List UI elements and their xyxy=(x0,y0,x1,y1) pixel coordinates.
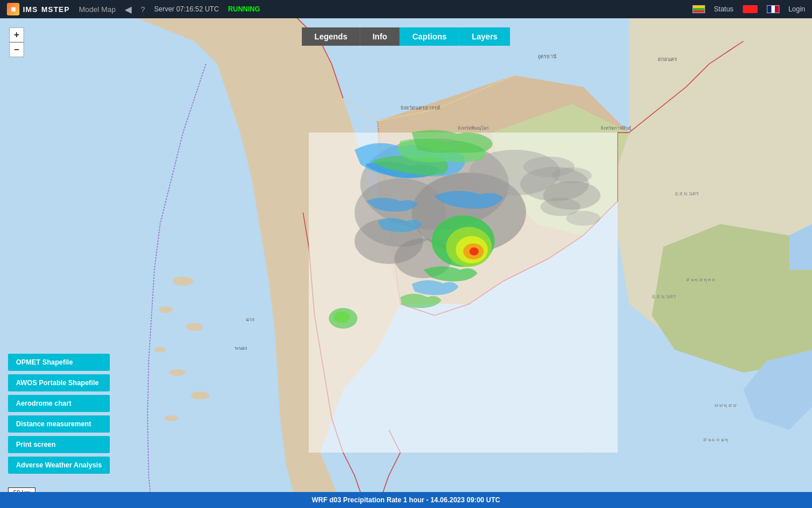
login-flag-icon xyxy=(767,5,779,13)
info-button[interactable]: Info xyxy=(360,27,400,46)
status-bar-text: WRF d03 Precipitation Rate 1 hour - 14.0… xyxy=(312,496,500,504)
svg-text:อ.ส.พ.นคร: อ.ส.พ.นคร xyxy=(675,191,699,197)
print-screen-button[interactable]: Print screen xyxy=(8,436,110,453)
status-label: Status xyxy=(714,5,734,13)
adverse-weather-button[interactable]: Adverse Weather Analysis xyxy=(8,457,110,474)
svg-point-26 xyxy=(469,247,479,255)
map-background: อุดรธานี สกลนคร จังหวัดนครสวรรค์ จังหวัด… xyxy=(0,18,812,508)
svg-point-1 xyxy=(173,277,193,286)
status-bar: WRF d03 Precipitation Rate 1 hour - 14.0… xyxy=(0,492,812,508)
help-button[interactable]: ? xyxy=(141,5,145,14)
app-logo-icon: ▦ xyxy=(7,3,19,15)
captions-button[interactable]: Captions xyxy=(400,27,459,46)
zoom-out-button[interactable]: − xyxy=(9,42,24,57)
layers-button[interactable]: Layers xyxy=(459,27,510,46)
brand-name: IMS xyxy=(23,5,38,14)
awos-portable-button[interactable]: AWOS Portable Shapefile xyxy=(8,374,110,391)
aerodrome-chart-button[interactable]: Aerodrome chart xyxy=(8,395,110,412)
svg-text:ຜ ຜ ຖ ສ ຜ: ຜ ຜ ຖ ສ ຜ xyxy=(715,403,737,408)
zoom-in-button[interactable]: + xyxy=(9,27,24,42)
svg-text:ฉาก: ฉาก xyxy=(246,317,254,322)
map-container[interactable]: อุดรธานี สกลนคร จังหวัดนครสวรรค์ จังหวัด… xyxy=(0,18,812,508)
svg-text:ສ ຂ ນ ຄ ຣ ຖ: ສ ຂ ນ ຄ ຣ ຖ xyxy=(703,437,728,442)
top-navigation-bar: ▦ IMS MSTEP Model Map ◀ ? Server 07:16:5… xyxy=(0,0,812,18)
svg-point-2 xyxy=(159,306,173,313)
logo-area: ▦ IMS MSTEP xyxy=(7,3,70,15)
opmet-shapefile-button[interactable]: OPMET Shapefile xyxy=(8,354,110,371)
svg-point-3 xyxy=(186,323,203,331)
svg-point-28 xyxy=(334,311,350,323)
svg-text:จังหวัดนครสวรรค์: จังหวัดนครสวรรค์ xyxy=(400,105,440,111)
svg-text:ระนอง: ระนอง xyxy=(234,346,247,351)
myanmar-flag-icon xyxy=(692,5,705,13)
status-indicator xyxy=(743,5,758,13)
svg-point-30 xyxy=(552,167,592,183)
server-time-label: Server 07:16:52 UTC xyxy=(154,5,218,13)
map-toolbar: Legends Info Captions Layers xyxy=(302,27,510,46)
server-running-status: RUNNING xyxy=(228,5,260,13)
svg-point-6 xyxy=(191,391,209,399)
distance-measurement-button[interactable]: Distance measurement xyxy=(8,415,110,433)
side-panel: OPMET Shapefile AWOS Portable Shapefile … xyxy=(8,354,110,474)
svg-text:อุดรธานี: อุดรธานี xyxy=(538,54,556,60)
svg-text:จังหวัดพิษณุโลก: จังหวัดพิษณุโลก xyxy=(457,125,489,131)
svg-text:ສ ຂ ຖ ສ ຖ ກ ດ: ສ ຂ ຖ ສ ຖ ກ ດ xyxy=(686,277,715,282)
login-button[interactable]: Login xyxy=(789,5,805,13)
zoom-controls: + − xyxy=(9,27,24,57)
svg-text:อ.ส.พ.นคร: อ.ส.พ.นคร xyxy=(652,294,676,299)
svg-point-7 xyxy=(165,415,178,421)
svg-text:สกลนคร: สกลนคร xyxy=(658,57,677,62)
svg-point-4 xyxy=(154,347,166,353)
svg-point-5 xyxy=(169,369,185,376)
model-map-label: Model Map xyxy=(79,5,116,14)
svg-point-32 xyxy=(566,211,600,226)
back-button[interactable]: ◀ xyxy=(125,4,132,15)
legends-button[interactable]: Legends xyxy=(302,27,360,46)
brand-mstep: MSTEP xyxy=(41,5,70,14)
svg-text:จังหวัดกาฬสินธุ์: จังหวัดกาฬสินธุ์ xyxy=(600,125,631,131)
